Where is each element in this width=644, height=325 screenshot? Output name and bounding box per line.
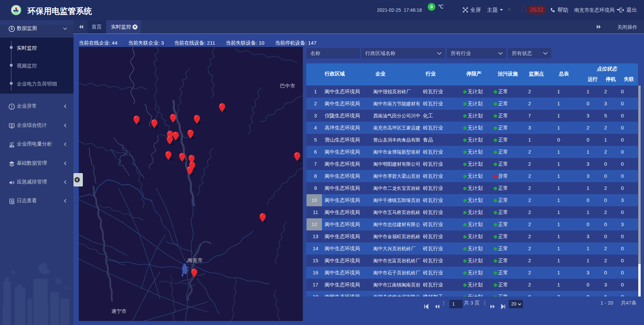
svg-text:南充市: 南充市 [187,257,203,263]
svg-text:巴中市: 巴中市 [280,83,295,89]
svg-text:遂宁市: 遂宁市 [111,308,126,314]
